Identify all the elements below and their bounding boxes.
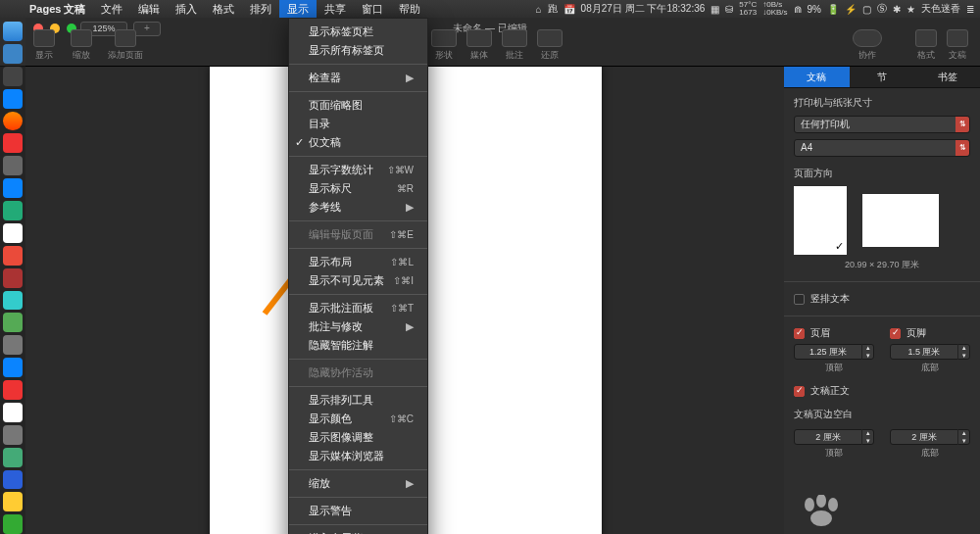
stepper-arrows-icon[interactable]: ▴▾ [957,429,969,445]
margin-bottom-stepper[interactable]: 2 厘米▴▾ [890,429,970,445]
menu-arrange[interactable]: 排列 [242,0,279,18]
media-icon[interactable] [466,29,492,47]
dock-app[interactable] [3,425,23,445]
menu-item[interactable]: 显示标签页栏 [289,23,427,41]
footer-checkbox[interactable] [890,328,901,339]
list-icon[interactable]: ≣ [966,4,974,15]
dock-app[interactable] [3,514,23,534]
s-icon[interactable]: Ⓢ [877,2,887,16]
vertical-text-checkbox[interactable] [794,294,805,305]
plug-icon[interactable]: ⚡ [845,4,857,15]
dock-app[interactable] [3,67,23,86]
menu-edit[interactable]: 编辑 [130,0,168,18]
dock-app[interactable] [3,201,23,220]
orientation-landscape[interactable] [862,194,939,247]
dock-app[interactable] [3,156,23,175]
star-icon[interactable]: ★ [906,4,915,15]
menu-view[interactable]: 显示 [279,0,317,18]
menu-file[interactable]: 文件 [93,0,130,18]
dock-app[interactable] [3,246,23,266]
dock-app[interactable] [3,313,23,332]
dock-app[interactable] [3,89,23,109]
bluetooth-icon[interactable]: ✱ [893,4,901,15]
menu-item[interactable]: 显示排列工具 [289,391,427,410]
dock-app[interactable] [3,44,23,64]
dock-app[interactable] [3,223,23,243]
menu-item[interactable]: 显示图像调整 [289,428,427,447]
menu-format[interactable]: 格式 [205,0,242,18]
menu-item[interactable]: 参考线▶ [289,198,427,217]
menu-item-label: 参考线 [309,200,341,215]
menu-share[interactable]: 共享 [317,0,354,18]
dock-app[interactable] [3,492,23,511]
stepper-arrows-icon[interactable]: ▴▾ [861,344,873,360]
menu-item[interactable]: 显示颜色⇧⌘C [289,410,427,428]
header-checkbox[interactable] [794,328,805,339]
paper-select[interactable]: A4⇅ [794,139,970,157]
tab-section[interactable]: 节 [850,67,915,88]
wifi-icon[interactable]: ⌂ [536,4,542,15]
display-icon[interactable]: ▢ [862,4,871,15]
menu-item[interactable]: 目录 [289,115,427,133]
zoom-icon[interactable] [71,29,92,47]
menu-item[interactable]: 批注与修改▶ [289,317,427,336]
menu-help[interactable]: 帮助 [391,0,428,18]
app-name[interactable]: Pages 文稿 [22,2,93,17]
cal-icon[interactable]: 📅 [564,4,575,15]
dock-app[interactable] [3,403,23,422]
menu-item[interactable]: 显示布局⇧⌘L [289,253,427,271]
battery-icon[interactable]: 🔋 [827,4,839,15]
stepper-arrows-icon[interactable]: ▴▾ [957,344,969,360]
wifi2-icon[interactable]: ⋒ [794,4,802,15]
dock-app[interactable] [3,335,23,355]
menu-item[interactable]: 显示批注面板⇧⌘T [289,299,427,317]
menu-item[interactable]: 隐藏智能注解 [289,336,427,355]
menu-item[interactable]: ✓仅文稿 [289,133,427,152]
dock-app[interactable] [3,470,23,490]
tab-bookmark[interactable]: 书签 [914,67,980,88]
menu-item[interactable]: 缩放▶ [289,474,427,493]
dock-app[interactable] [3,291,23,311]
dock-app[interactable] [3,112,23,131]
dock-app[interactable] [3,268,23,288]
menu-item[interactable]: 进入全屏幕^⌘F [289,529,427,534]
dock-app[interactable] [3,358,23,377]
collab-icon[interactable] [853,29,882,47]
graph-icon[interactable]: ▦ [710,4,719,15]
menu-item[interactable]: 显示不可见元素⇧⌘I [289,271,427,290]
menu-item[interactable]: 显示字数统计⇧⌘W [289,161,427,179]
dock-app[interactable] [3,178,23,198]
menu-item[interactable]: 显示警告 [289,502,427,520]
footer-stepper[interactable]: 1.5 厘米▴▾ [890,344,970,360]
format-icon[interactable] [915,29,937,47]
lang-icon[interactable]: 跑 [548,2,558,16]
view-icon[interactable] [33,29,55,47]
printer-select[interactable]: 任何打印机⇅ [794,116,970,133]
margin-top-stepper[interactable]: 2 厘米▴▾ [794,429,874,445]
menu-item[interactable]: 显示所有标签页 [289,41,427,60]
stepper-arrows-icon[interactable]: ▴▾ [861,429,873,445]
menu-insert[interactable]: 插入 [168,0,205,18]
comment-icon[interactable] [502,29,527,47]
body-checkbox[interactable] [794,386,805,397]
dock-app[interactable] [3,380,23,400]
dock-app[interactable] [3,22,23,41]
date-time[interactable]: 08月27日 周二 下午18:32:36 [581,2,706,16]
disk-icon[interactable]: ⛁ [725,4,733,15]
shape-icon[interactable] [431,29,457,47]
addpage-icon[interactable] [115,29,136,47]
battery-text[interactable]: 9% [808,4,821,15]
undo-icon[interactable] [537,29,563,47]
orientation-portrait[interactable]: ✓ [794,186,847,255]
menu-item[interactable]: 页面缩略图 [289,96,427,115]
dock-app[interactable] [3,448,23,467]
header-stepper[interactable]: 1.25 厘米▴▾ [794,344,874,360]
menu-item[interactable]: 检查器▶ [289,69,427,87]
tab-document[interactable]: 文稿 [784,67,850,88]
menu-window[interactable]: 窗口 [354,0,391,18]
document-icon[interactable] [947,29,968,47]
menu-item[interactable]: 显示媒体浏览器 [289,447,427,465]
right-text[interactable]: 天色迷香 [921,2,960,16]
dock-app[interactable] [3,133,23,153]
menu-item[interactable]: 显示标尺⌘R [289,179,427,198]
